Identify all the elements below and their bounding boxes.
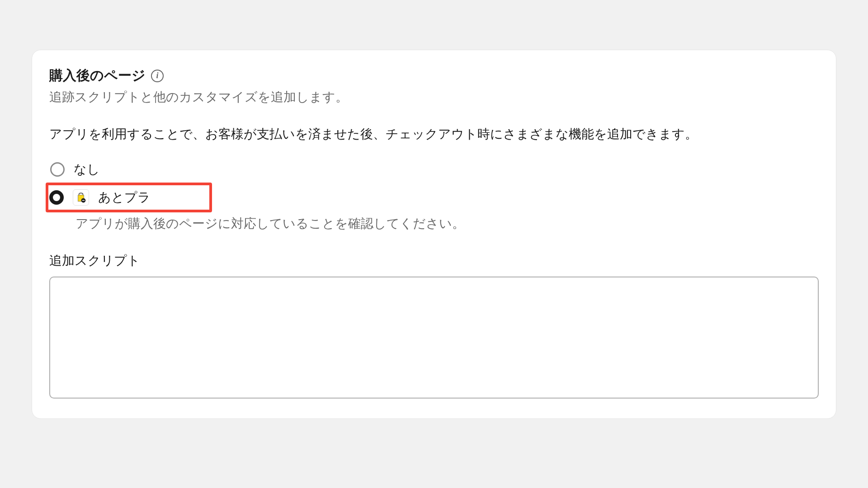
additional-scripts-textarea[interactable] [49,277,819,399]
post-purchase-app-radio-group: なし あとプラ アプリが購入後のページに対応していることを確認してください。 [49,156,819,252]
shopping-bag-icon [73,189,89,206]
section-description: アプリを利用することで、お客様が支払いを済ませた後、チェックアウト時にさまざまな… [49,126,819,143]
post-purchase-settings-card: 購入後のページ i 追跡スクリプトと他のカスタマイズを追加します。 アプリを利用… [32,50,836,419]
section-title: 購入後のページ [49,66,146,85]
section-subtitle: 追跡スクリプトと他のカスタマイズを追加します。 [49,89,819,106]
info-icon[interactable]: i [151,70,164,82]
radio-none-label: なし [74,161,100,178]
radio-app-input[interactable] [49,190,64,205]
additional-scripts-label: 追加スクリプト [49,252,819,269]
radio-option-app-highlighted[interactable]: あとプラ [46,183,212,212]
section-header: 購入後のページ i [49,66,819,85]
radio-app-helper-text: アプリが購入後のページに対応していることを確認してください。 [75,215,819,232]
radio-app-label: あとプラ [98,189,151,206]
svg-rect-1 [82,200,85,201]
radio-none-input[interactable] [50,162,65,177]
radio-option-none[interactable]: なし [49,156,819,183]
